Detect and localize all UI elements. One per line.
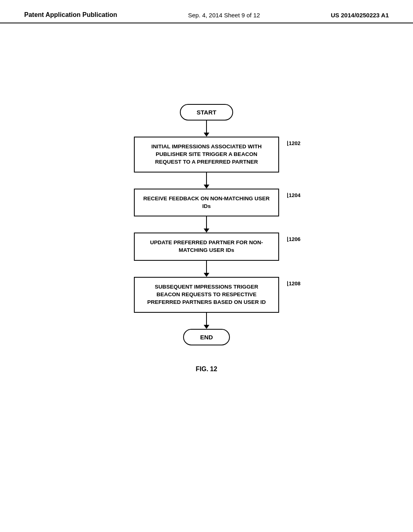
arrow-5	[204, 313, 209, 329]
end-oval: END	[183, 329, 230, 345]
label-1204: ⌊1204	[287, 192, 300, 199]
box-1204: RECEIVE FEEDBACK ON NON-MATCHING USER ID…	[134, 189, 279, 217]
publication-label: Patent Application Publication	[24, 11, 117, 19]
box-1202: INITIAL IMPRESSIONS ASSOCIATED WITH PUBL…	[134, 137, 279, 172]
box-1208: SUBSEQUENT IMPRESSIONS TRIGGER BEACON RE…	[134, 277, 279, 313]
label-1206: ⌊1206	[287, 236, 300, 243]
main-content: START INITIAL IMPRESSIONS ASSOCIATED WIT…	[0, 23, 413, 373]
arrow-1	[204, 121, 209, 137]
date-sheet-label: Sep. 4, 2014 Sheet 9 of 12	[188, 12, 260, 19]
arrow-3	[204, 216, 209, 233]
patent-number-label: US 2014/0250223 A1	[331, 12, 389, 19]
label-1208: ⌊1208	[287, 280, 300, 287]
figure-caption: FIG. 12	[196, 366, 217, 373]
arrow-2	[204, 172, 209, 189]
arrow-4	[204, 261, 209, 277]
flowchart: START INITIAL IMPRESSIONS ASSOCIATED WIT…	[134, 104, 279, 345]
label-1202: ⌊1202	[287, 140, 300, 147]
box-1206: UPDATE PREFERRED PARTNER FOR NON-MATCHIN…	[134, 233, 279, 261]
start-oval: START	[180, 104, 234, 121]
page-header: Patent Application Publication Sep. 4, 2…	[0, 0, 413, 23]
